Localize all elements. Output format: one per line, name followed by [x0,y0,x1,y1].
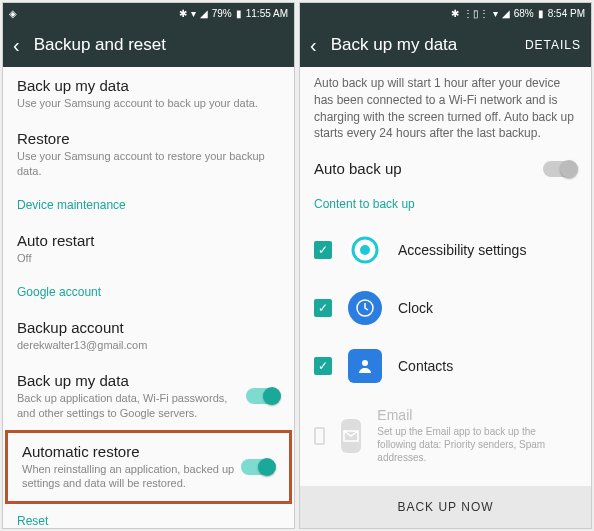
item-title: Back up my data [17,77,280,94]
details-button[interactable]: DETAILS [525,38,581,52]
app-bar: ‹ Back up my data DETAILS [300,23,591,67]
item-label: Contacts [398,358,453,374]
email-item[interactable]: Email Set up the Email app to back up th… [300,395,591,476]
back-icon[interactable]: ‹ [310,34,317,57]
auto-backup-toggle[interactable] [543,161,577,177]
backup-google-toggle[interactable] [246,388,280,404]
page-title: Backup and reset [34,35,166,55]
automatic-restore-item[interactable]: Automatic restore When reinstalling an a… [8,433,289,501]
item-title: Backup account [17,319,280,336]
highlighted-automatic-restore: Automatic restore When reinstalling an a… [5,430,292,504]
clock-icon [348,291,382,325]
vibrate-icon: ⋮▯⋮ [463,8,489,19]
item-sub: Set up the Email app to back up the foll… [377,425,577,464]
restore-item[interactable]: Restore Use your Samsung account to rest… [3,120,294,188]
contacts-icon [348,349,382,383]
settings-list[interactable]: Back up my data Use your Samsung account… [3,67,294,528]
item-sub: When reinstalling an application, backed… [22,462,241,491]
contacts-item[interactable]: ✓ Contacts [300,337,591,395]
accessibility-icon [348,233,382,267]
backup-content[interactable]: Auto back up will start 1 hour after you… [300,67,591,486]
item-sub: Off [17,251,280,265]
accessibility-item[interactable]: ✓ Accessibility settings [300,221,591,279]
page-title: Back up my data [331,35,458,55]
battery-icon: ▮ [236,8,242,19]
clock-text: 11:55 AM [246,8,288,19]
checkbox-icon[interactable]: ✓ [314,357,332,375]
section-content-backup: Content to back up [300,187,591,221]
backup-now-button[interactable]: BACK UP NOW [300,486,591,528]
clock-item[interactable]: ✓ Clock [300,279,591,337]
backup-samsung-item[interactable]: Back up my data Use your Samsung account… [3,67,294,120]
app-bar: ‹ Backup and reset [3,23,294,67]
item-sub: Use your Samsung account to restore your… [17,149,280,178]
item-title: Restore [17,130,280,147]
item-label: Clock [398,300,433,316]
clock-text: 8:54 PM [548,8,585,19]
item-sub: Back up application data, Wi-Fi password… [17,391,246,420]
wifi-icon: ▾ [191,8,196,19]
signal-icon: ◢ [200,8,208,19]
section-google-account: Google account [3,275,294,309]
bluetooth-icon: ✱ [451,8,459,19]
message-item[interactable]: ✓ Message [300,476,591,486]
status-bar: ◈ ✱ ▾ ◢ 79% ▮ 11:55 AM [3,3,294,23]
battery-icon: ▮ [538,8,544,19]
checkbox-icon[interactable]: ✓ [314,241,332,259]
email-icon [341,419,361,453]
battery-percent: 68% [514,8,534,19]
info-text: Auto back up will start 1 hour after you… [300,67,591,150]
svg-point-3 [362,360,368,366]
checkbox-icon[interactable]: ✓ [314,299,332,317]
signal-icon: ◢ [502,8,510,19]
backup-account-item[interactable]: Backup account derekwalter13@gmail.com [3,309,294,362]
item-sub: Use your Samsung account to back up your… [17,96,280,110]
item-title: Auto restart [17,232,280,249]
status-bar: ✱ ⋮▯⋮ ▾ ◢ 68% ▮ 8:54 PM [300,3,591,23]
item-title: Auto back up [314,160,543,177]
item-title: Automatic restore [22,443,241,460]
checkbox-icon[interactable] [314,427,325,445]
auto-backup-item[interactable]: Auto back up [300,150,591,187]
location-icon: ◈ [9,8,17,19]
item-label: Accessibility settings [398,242,526,258]
auto-restart-item[interactable]: Auto restart Off [3,222,294,275]
wifi-icon: ▾ [493,8,498,19]
item-title: Back up my data [17,372,246,389]
item-sub: derekwalter13@gmail.com [17,338,280,352]
section-device-maintenance: Device maintenance [3,188,294,222]
item-label: Email [377,407,577,423]
battery-percent: 79% [212,8,232,19]
phone-left: ◈ ✱ ▾ ◢ 79% ▮ 11:55 AM ‹ Backup and rese… [2,2,295,529]
phone-right: ✱ ⋮▯⋮ ▾ ◢ 68% ▮ 8:54 PM ‹ Back up my dat… [299,2,592,529]
backup-google-item[interactable]: Back up my data Back up application data… [3,362,294,430]
back-icon[interactable]: ‹ [13,34,20,57]
automatic-restore-toggle[interactable] [241,459,275,475]
bluetooth-icon: ✱ [179,8,187,19]
section-reset: Reset [3,504,294,528]
svg-point-1 [360,245,370,255]
